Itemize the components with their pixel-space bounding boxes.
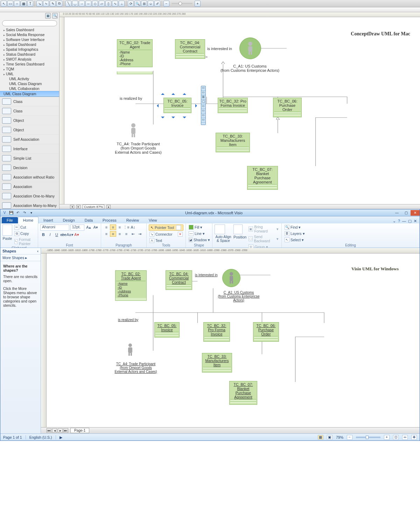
tree-item[interactable]: SWOT Analysis bbox=[0, 57, 59, 62]
line-button[interactable]: —Line ▾ bbox=[188, 231, 210, 236]
table-tool-icon[interactable]: ▦ bbox=[21, 1, 27, 7]
tree-item[interactable]: Spatial Dashboard bbox=[0, 42, 59, 47]
position-icon[interactable] bbox=[233, 224, 243, 234]
stencil-item[interactable]: Object bbox=[0, 125, 59, 135]
stencil-item[interactable]: Association One-to-Many bbox=[0, 192, 59, 201]
align-center-icon[interactable]: ≡ bbox=[110, 231, 116, 237]
vuml-invoice[interactable]: TC_BC_05: Invoice bbox=[154, 322, 180, 338]
visio-canvas[interactable]: Visio UML for Windows TC_BC_02: Trade Ag… bbox=[47, 253, 420, 427]
tree-item[interactable]: Spatial Infographics bbox=[0, 47, 59, 52]
tree-item[interactable]: UML bbox=[0, 71, 59, 76]
uml-class-blanket[interactable]: TC_BC_07: Blanket Purchase Agreement bbox=[247, 166, 278, 190]
qat-dropdown-icon[interactable]: ▾ bbox=[28, 210, 34, 215]
status-language[interactable]: English (U.S.) bbox=[29, 435, 52, 439]
refresh-tool-icon[interactable]: ⟳ bbox=[128, 1, 134, 7]
vuml-purchase-order[interactable]: TC_BC_06: Purchase Order bbox=[253, 322, 279, 342]
page-prev-icon[interactable]: ◂ bbox=[70, 205, 74, 209]
send-backward-button[interactable]: ▢Send Backward ▾ bbox=[248, 234, 279, 243]
copy-tool-icon[interactable]: ⧉ bbox=[56, 1, 62, 7]
layers-button[interactable]: ≣Layers ▾ bbox=[284, 231, 417, 236]
bullets-icon[interactable]: ⋮≡ bbox=[123, 224, 130, 230]
align-justify-icon[interactable]: ≡ bbox=[123, 231, 130, 237]
font-grow-icon[interactable]: A▴ bbox=[85, 224, 91, 230]
smart-extend-panel[interactable]: ▭▭▥◯▭▭▭▭ bbox=[201, 86, 206, 125]
align-right-icon[interactable]: ≡ bbox=[117, 231, 123, 237]
redo-icon[interactable]: ↷ bbox=[22, 210, 27, 215]
stencil-item[interactable]: Decision bbox=[0, 163, 59, 173]
pen-tool-icon[interactable]: ✐ bbox=[154, 1, 160, 7]
font-size-select[interactable]: 12pt. bbox=[70, 224, 85, 231]
zoom-tool-icon[interactable]: 🔍 bbox=[134, 1, 140, 7]
tree-item[interactable]: Software User Interface bbox=[0, 37, 59, 42]
ribbon-tab-insert[interactable]: Insert bbox=[38, 217, 58, 223]
tree-item[interactable]: UML Class Diagram bbox=[0, 81, 59, 86]
shapes-collapse-icon[interactable]: ‹ bbox=[37, 249, 38, 253]
minimize-icon[interactable]: — bbox=[392, 210, 401, 216]
indent-dec-icon[interactable]: ⇤ bbox=[130, 231, 136, 237]
arrow2-tool-icon[interactable]: ↔ bbox=[85, 1, 91, 7]
stencil-item[interactable]: Association bbox=[0, 182, 59, 192]
grid-view-icon[interactable]: ▦ bbox=[45, 13, 51, 19]
uml-actor-participant[interactable] bbox=[127, 123, 139, 138]
mac-canvas[interactable]: ConceptDraw UML for Mac TC_BC_02: Trade … bbox=[64, 17, 420, 204]
zoom-in-icon[interactable]: + bbox=[195, 1, 201, 7]
tree-item[interactable]: UML Class Diagram bbox=[0, 91, 59, 97]
edit-tool-icon[interactable]: ✎ bbox=[50, 1, 56, 7]
help-icon[interactable]: ? bbox=[398, 219, 400, 223]
shadow-button[interactable]: ◪Shadow ▾ bbox=[188, 237, 210, 243]
connector2-tool-icon[interactable]: ⤷ bbox=[43, 1, 49, 7]
arc-tool-icon[interactable]: ◡ bbox=[72, 1, 78, 7]
copy-button[interactable]: ⧉Copy bbox=[14, 231, 36, 236]
paste-icon[interactable] bbox=[2, 224, 12, 236]
tree-item[interactable]: UML Collaboration bbox=[0, 86, 59, 91]
tree-item[interactable]: Time Series Dashboard bbox=[0, 62, 59, 67]
save-icon[interactable]: 💾 bbox=[8, 210, 14, 215]
search-input[interactable] bbox=[2, 20, 57, 26]
page-next-icon[interactable]: ▸ bbox=[76, 205, 80, 209]
connector-tool-icon[interactable]: ↘ bbox=[36, 1, 42, 7]
freehand-tool-icon[interactable]: ∿ bbox=[112, 1, 118, 7]
uml-class-proforma[interactable]: TC_BC_32: Pro Forma Invoice bbox=[218, 98, 248, 113]
stencil-item[interactable]: Interface bbox=[0, 144, 59, 154]
indent-inc-icon[interactable]: ⇥ bbox=[136, 231, 143, 237]
underline-icon[interactable]: U bbox=[54, 232, 60, 237]
vuml-manufacturers[interactable]: TC_BC_33: Manufacturers Item bbox=[202, 353, 232, 373]
shape3-tool-icon[interactable]: ▯ bbox=[105, 1, 111, 7]
tree-item[interactable]: Status Dashboard bbox=[0, 52, 59, 57]
cut-button[interactable]: ✂Cut bbox=[14, 224, 36, 230]
stencil-item[interactable]: Simple List bbox=[0, 154, 59, 163]
tree-item[interactable]: Social Media Response bbox=[0, 32, 59, 37]
stencil-item[interactable]: Class bbox=[0, 97, 59, 106]
pointer-tool-icon[interactable]: ↖ bbox=[1, 1, 7, 7]
pan-zoom-icon[interactable]: ✥ bbox=[411, 435, 417, 440]
textcase-icon[interactable]: Aa▾ bbox=[67, 232, 73, 237]
zoom-stepper-icon[interactable]: ▴ bbox=[106, 205, 111, 209]
stencil-item[interactable]: Self Association bbox=[0, 135, 59, 144]
tree-item[interactable]: TQM bbox=[0, 67, 59, 71]
tab-next-icon[interactable]: ▸ bbox=[58, 428, 63, 433]
align-middle-icon[interactable]: ≡ bbox=[110, 224, 116, 230]
ribbon-tab-process[interactable]: Process bbox=[98, 217, 121, 223]
ribbon-tab-view[interactable]: View bbox=[144, 217, 162, 223]
text-direction-icon[interactable]: A↕ bbox=[130, 224, 136, 230]
shape2-tool-icon[interactable]: ▱ bbox=[99, 1, 105, 7]
select-button[interactable]: ↖Select ▾ bbox=[284, 237, 417, 243]
person-tool-icon[interactable]: ☺ bbox=[148, 1, 154, 7]
zoom-slider[interactable] bbox=[356, 437, 380, 438]
autoalign-button[interactable]: Auto Align & Space bbox=[215, 235, 232, 243]
line-tool-icon[interactable]: ╲ bbox=[65, 1, 71, 7]
macro-record-icon[interactable]: ▶ bbox=[59, 435, 62, 439]
vuml-trade-agent[interactable]: TC_BC_02: Trade Agent -Name -ID -Address… bbox=[115, 270, 147, 298]
ribbon-tab-file[interactable]: File bbox=[2, 217, 18, 223]
bold-icon[interactable]: B bbox=[40, 232, 47, 237]
vuml-blanket[interactable]: TC_BC_07: Blanket Purchase Agreement bbox=[229, 381, 257, 405]
ribbon-tab-review[interactable]: Review bbox=[121, 217, 144, 223]
ellipse-tool-icon[interactable]: ○ bbox=[14, 1, 20, 7]
ribbon-tab-design[interactable]: Design bbox=[58, 217, 80, 223]
uml-class-trade-agent[interactable]: TC_BC_02: Trade Agent -Name -ID -Address… bbox=[117, 39, 153, 67]
uml-class-commercial-contract[interactable]: TC_BC_04: Commercial Contract bbox=[175, 39, 205, 59]
fit-width-icon[interactable]: ⇔ bbox=[402, 435, 408, 440]
connector-tool-button[interactable]: ↘Connector✕ bbox=[149, 231, 183, 237]
zoom-out-icon[interactable]: − bbox=[347, 435, 352, 440]
zoom-out-icon[interactable]: − bbox=[163, 1, 169, 7]
